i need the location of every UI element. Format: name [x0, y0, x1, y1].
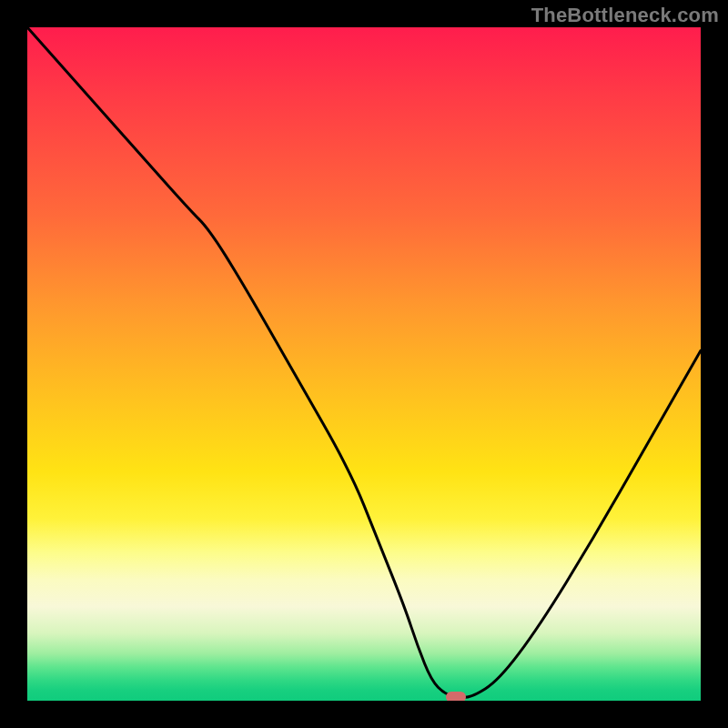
plot-area [27, 27, 701, 701]
chart-frame: TheBottleneck.com [0, 0, 728, 728]
watermark-text: TheBottleneck.com [531, 4, 719, 27]
minimum-marker [446, 692, 466, 701]
gradient-background [27, 27, 701, 701]
